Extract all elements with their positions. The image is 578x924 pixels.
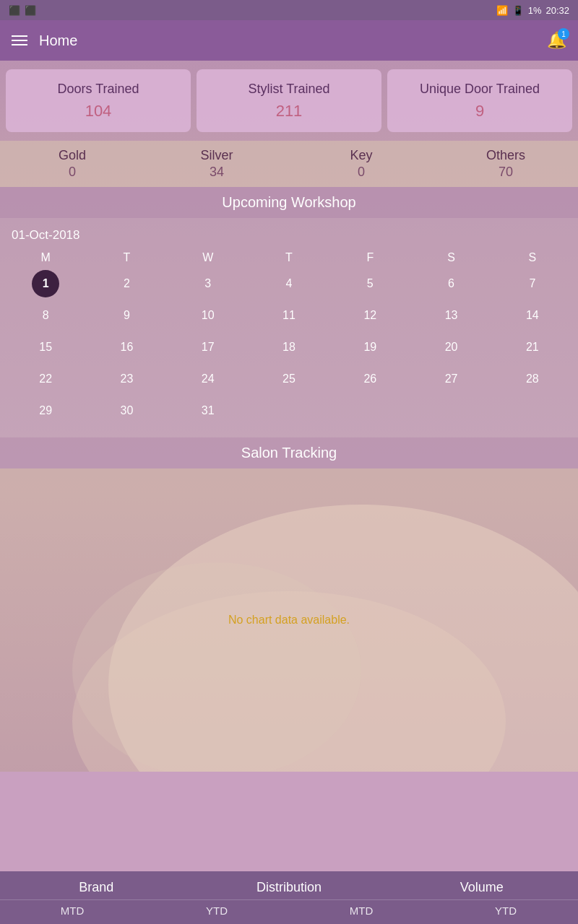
stat-card-unique[interactable]: Unique Door Trained 9 bbox=[387, 69, 572, 132]
calendar-grid: M T W T F S S 1 2 3 4 5 6 7 8 9 10 11 12… bbox=[6, 248, 572, 426]
cal-header-f: F bbox=[330, 248, 410, 267]
cal-header-s1: S bbox=[411, 248, 491, 267]
cal-day-6[interactable]: 6 bbox=[438, 270, 465, 297]
battery-text: 1% bbox=[528, 5, 542, 16]
svg-point-2 bbox=[72, 562, 361, 772]
workshop-header: Upcoming Workshop bbox=[0, 187, 578, 218]
cal-day-4[interactable]: 4 bbox=[275, 270, 303, 297]
cal-header-w: W bbox=[168, 248, 248, 267]
status-right: 📶 📱 1% 20:32 bbox=[496, 5, 569, 16]
cal-day-10[interactable]: 10 bbox=[194, 302, 222, 329]
stat-label-unique: Unique Door Trained bbox=[396, 81, 564, 97]
cal-day-30[interactable]: 30 bbox=[113, 397, 140, 424]
tier-silver[interactable]: Silver 34 bbox=[144, 148, 289, 180]
cal-day-3[interactable]: 3 bbox=[194, 270, 222, 297]
cal-day-20[interactable]: 20 bbox=[438, 334, 465, 361]
cal-header-t2: T bbox=[249, 248, 329, 267]
stat-value-doors: 104 bbox=[14, 102, 182, 121]
bottom-nav: Brand Distribution Volume MTD YTD MTD YT… bbox=[0, 871, 578, 924]
tier-label-key: Key bbox=[289, 148, 434, 163]
menu-button[interactable] bbox=[12, 35, 27, 45]
stats-row: Doors Trained 104 Stylist Trained 211 Un… bbox=[0, 61, 578, 141]
tier-value-gold: 0 bbox=[0, 165, 144, 180]
tier-gold[interactable]: Gold 0 bbox=[0, 148, 144, 180]
nav-sub-mtd1[interactable]: MTD bbox=[0, 900, 144, 924]
signal-icon: 📱 bbox=[512, 5, 524, 16]
cal-day-17[interactable]: 17 bbox=[194, 334, 222, 361]
nav-sub-mtd2[interactable]: MTD bbox=[289, 900, 434, 924]
cal-day-12[interactable]: 12 bbox=[356, 302, 384, 329]
tier-label-silver: Silver bbox=[144, 148, 289, 163]
cal-day-2[interactable]: 2 bbox=[113, 270, 140, 297]
cal-day-18[interactable]: 18 bbox=[275, 334, 303, 361]
stat-card-doors[interactable]: Doors Trained 104 bbox=[6, 69, 191, 132]
cal-day-8[interactable]: 8 bbox=[32, 302, 59, 329]
status-left: ⬛ ⬛ bbox=[9, 5, 36, 16]
cal-day-empty2 bbox=[356, 397, 384, 424]
time-display: 20:32 bbox=[545, 5, 569, 16]
cal-day-empty3 bbox=[438, 397, 465, 424]
tier-row: Gold 0 Silver 34 Key 0 Others 70 bbox=[0, 141, 578, 187]
cal-day-empty1 bbox=[275, 397, 303, 424]
salon-tracking-title: Salon Tracking bbox=[241, 445, 337, 461]
toolbar-title: Home bbox=[39, 32, 535, 49]
wifi-icon: 📶 bbox=[496, 5, 508, 16]
cal-day-29[interactable]: 29 bbox=[32, 397, 59, 424]
nav-brand[interactable]: Brand bbox=[0, 871, 193, 899]
cal-day-9[interactable]: 9 bbox=[113, 302, 140, 329]
main-content: Doors Trained 104 Stylist Trained 211 Un… bbox=[0, 61, 578, 772]
nav-volume[interactable]: Volume bbox=[385, 871, 578, 899]
cal-day-14[interactable]: 14 bbox=[519, 302, 546, 329]
no-chart-label: No chart data available. bbox=[228, 614, 350, 627]
cal-day-22[interactable]: 22 bbox=[32, 365, 59, 393]
cal-day-24[interactable]: 24 bbox=[194, 365, 222, 393]
nav-sub-ytd2[interactable]: YTD bbox=[434, 900, 578, 924]
toolbar: Home 🔔 1 bbox=[0, 20, 578, 61]
cal-header-t1: T bbox=[87, 248, 166, 267]
status-bar: ⬛ ⬛ 📶 📱 1% 20:32 bbox=[0, 0, 578, 20]
stat-label-stylist: Stylist Trained bbox=[205, 81, 373, 97]
tier-value-silver: 34 bbox=[144, 165, 289, 180]
nav-distribution[interactable]: Distribution bbox=[193, 871, 386, 899]
status-icon: ⬛ bbox=[9, 5, 20, 16]
cal-day-21[interactable]: 21 bbox=[519, 334, 546, 361]
cal-day-11[interactable]: 11 bbox=[275, 302, 303, 329]
salon-tracking-header: Salon Tracking bbox=[0, 437, 578, 468]
cal-day-31[interactable]: 31 bbox=[194, 397, 222, 424]
stat-value-unique: 9 bbox=[396, 102, 564, 121]
cal-header-m: M bbox=[6, 248, 85, 267]
stat-value-stylist: 211 bbox=[205, 102, 373, 121]
cal-day-1[interactable]: 1 bbox=[32, 270, 59, 297]
cal-day-26[interactable]: 26 bbox=[356, 365, 384, 393]
cal-header-s2: S bbox=[493, 248, 572, 267]
tier-value-key: 0 bbox=[289, 165, 434, 180]
bottom-nav-bottom: MTD YTD MTD YTD bbox=[0, 900, 578, 924]
cal-day-15[interactable]: 15 bbox=[32, 334, 59, 361]
cal-day-13[interactable]: 13 bbox=[438, 302, 465, 329]
cal-day-16[interactable]: 16 bbox=[113, 334, 140, 361]
tier-others[interactable]: Others 70 bbox=[434, 148, 578, 180]
tier-value-others: 70 bbox=[434, 165, 578, 180]
notification-button[interactable]: 🔔 1 bbox=[547, 31, 566, 50]
cal-day-25[interactable]: 25 bbox=[275, 365, 303, 393]
status-app-icon: ⬛ bbox=[25, 5, 36, 16]
tier-key[interactable]: Key 0 bbox=[289, 148, 434, 180]
stat-label-doors: Doors Trained bbox=[14, 81, 182, 97]
cal-day-7[interactable]: 7 bbox=[519, 270, 546, 297]
calendar-month: 01-Oct-2018 bbox=[6, 225, 572, 248]
cal-day-28[interactable]: 28 bbox=[519, 365, 546, 393]
tier-label-others: Others bbox=[434, 148, 578, 163]
bottom-nav-top: Brand Distribution Volume bbox=[0, 871, 578, 900]
cal-day-27[interactable]: 27 bbox=[438, 365, 465, 393]
cal-day-empty4 bbox=[519, 397, 546, 424]
calendar-section: 01-Oct-2018 M T W T F S S 1 2 3 4 5 6 7 … bbox=[0, 218, 578, 437]
tier-label-gold: Gold bbox=[0, 148, 144, 163]
chart-area: No chart data available. bbox=[0, 468, 578, 772]
nav-sub-ytd1[interactable]: YTD bbox=[144, 900, 289, 924]
workshop-title: Upcoming Workshop bbox=[222, 194, 355, 210]
stat-card-stylist[interactable]: Stylist Trained 211 bbox=[197, 69, 381, 132]
cal-day-19[interactable]: 19 bbox=[356, 334, 384, 361]
cal-day-5[interactable]: 5 bbox=[356, 270, 384, 297]
notification-badge: 1 bbox=[558, 28, 569, 40]
cal-day-23[interactable]: 23 bbox=[113, 365, 140, 393]
